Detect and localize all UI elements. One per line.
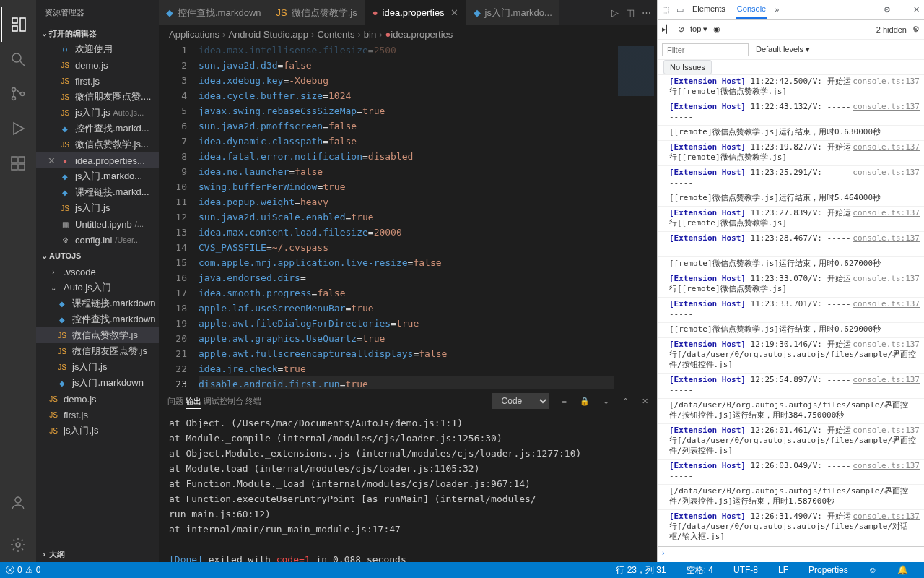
folder-item[interactable]: ⌄Auto.js入门 [36, 280, 159, 296]
editor-tab[interactable]: ◆js入门.markdo... [466, 0, 560, 25]
console-log[interactable]: console.ts:137[Extension Host] 11:22:42.… [658, 75, 924, 546]
inspect-icon[interactable]: ⬚ [662, 5, 669, 14]
chevron-down-icon[interactable]: ⌄ [603, 397, 609, 406]
eye-icon[interactable]: ◉ [713, 25, 720, 34]
log-entry[interactable]: [[remote]微信点赞教学.js]运行结束，用时5.464000秒 [658, 191, 924, 207]
file-item[interactable]: ◆js入门.markdown [36, 375, 159, 391]
log-source[interactable]: console.ts:137 [853, 274, 920, 284]
open-editor-item[interactable]: JSjs入门.jsAuto.js... [36, 105, 159, 121]
open-editor-item[interactable]: JS微信朋友圈点赞.... [36, 89, 159, 105]
folder-item[interactable]: ›.vscode [36, 264, 159, 280]
console-settings-icon[interactable]: ⚙ [912, 25, 920, 34]
more-icon[interactable]: ⋯ [642, 7, 651, 18]
log-entry[interactable]: console.ts:137[Extension Host] 11:23:25.… [658, 166, 924, 191]
file-item[interactable]: JS微信点赞教学.js [36, 327, 159, 343]
indent[interactable]: 空格: 4 [687, 564, 713, 577]
breadcrumb-item[interactable]: bin [364, 29, 376, 40]
account-icon[interactable] [1, 486, 35, 520]
extensions-icon[interactable] [1, 146, 35, 181]
section-open-editors[interactable]: ⌄打开的编辑器 [36, 25, 159, 41]
breadcrumb-item[interactable]: Contents [317, 29, 354, 40]
section-outline[interactable]: ›大纲 [36, 546, 159, 562]
context-select[interactable]: top ▾ [690, 25, 707, 34]
log-entry[interactable]: console.ts:137[Extension Host] 12:26:01.… [658, 424, 924, 460]
file-item[interactable]: JSjs入门.js [36, 423, 159, 439]
editor-tab[interactable]: ●idea.properties✕ [365, 0, 466, 25]
devtools-tab[interactable]: Elements [691, 0, 727, 19]
breadcrumb[interactable]: Applications›Android Studio.app›Contents… [159, 25, 657, 43]
log-entry[interactable]: console.ts:137[Extension Host] 11:22:43.… [658, 100, 924, 126]
eol[interactable]: LF [778, 564, 788, 577]
chevron-up-icon[interactable]: ⌃ [622, 397, 629, 406]
file-item[interactable]: JSfirst.js [36, 407, 159, 423]
section-autojs[interactable]: ⌄AUTOJS [36, 248, 159, 264]
console-prompt[interactable]: › [658, 546, 924, 562]
encoding[interactable]: UTF-8 [733, 564, 758, 577]
open-editor-item[interactable]: JS微信点赞教学.js... [36, 137, 159, 152]
log-entry[interactable]: console.ts:137[Extension Host] 11:23:33.… [658, 272, 924, 298]
clear-console-icon[interactable]: ⊘ [678, 25, 684, 34]
device-icon[interactable]: ▭ [676, 5, 684, 14]
log-entry[interactable]: console.ts:137[Extension Host] 11:23:27.… [658, 207, 924, 232]
breadcrumb-item[interactable]: Applications [169, 29, 219, 40]
log-entry[interactable]: console.ts:137[Extension Host] 11:22:42.… [658, 75, 924, 100]
file-item[interactable]: JSdemo.js [36, 391, 159, 407]
close-icon[interactable]: ✕ [48, 155, 59, 166]
log-source[interactable]: console.ts:137 [853, 375, 920, 385]
output-body[interactable]: at Object. (/Users/mac/Documents/AutoJs/… [159, 413, 657, 562]
split-icon[interactable]: ◫ [626, 7, 635, 18]
language[interactable]: Properties [808, 564, 848, 577]
log-source[interactable]: console.ts:137 [853, 77, 920, 87]
log-entry[interactable]: console.ts:137[Extension Host] 11:23:33.… [658, 298, 924, 323]
file-item[interactable]: ◆课程链接.markdown [36, 296, 159, 311]
open-editor-item[interactable]: ▦Untitled.ipynb/... [36, 216, 159, 232]
menu-icon[interactable]: ⋮ [898, 5, 906, 14]
editor-tab[interactable]: JS微信点赞教学.js [269, 0, 365, 25]
panel-tab[interactable]: 问题 [167, 394, 183, 408]
log-entry[interactable]: [[remote]微信点赞教学.js]运行结束，用时0.629000秒 [658, 323, 924, 338]
lock-icon[interactable]: 🔒 [580, 397, 590, 406]
open-editor-item[interactable]: ⟨⟩欢迎使用 [36, 41, 159, 57]
bell-icon[interactable]: 🔔 [897, 564, 908, 577]
errors-count[interactable]: ⓧ 0 ⚠ 0 [6, 564, 40, 577]
close-icon[interactable]: ✕ [450, 7, 458, 18]
levels-select[interactable]: Default levels ▾ [756, 45, 810, 54]
log-source[interactable]: console.ts:137 [853, 299, 920, 309]
devtools-tab[interactable]: Console [736, 0, 767, 19]
log-source[interactable]: console.ts:137 [853, 461, 920, 471]
log-source[interactable]: console.ts:137 [853, 340, 920, 350]
editor-tab[interactable]: ◆控件查找.markdown [159, 0, 269, 25]
log-entry[interactable]: console.ts:137[Extension Host] 12:26:36.… [658, 545, 924, 546]
scm-icon[interactable] [1, 77, 35, 111]
log-source[interactable]: console.ts:137 [853, 426, 920, 436]
open-editor-item[interactable]: ⚙config.ini/User... [36, 232, 159, 248]
file-item[interactable]: JSjs入门.js [36, 359, 159, 375]
feedback-icon[interactable]: ☺ [868, 564, 877, 577]
log-entry[interactable]: [[remote]微信点赞教学.js]运行结束，用时0.630000秒 [658, 126, 924, 141]
log-entry[interactable]: console.ts:137[Extension Host] 12:26:03.… [658, 460, 924, 485]
log-source[interactable]: console.ts:137 [853, 233, 920, 243]
hidden-count[interactable]: 2 hidden [876, 25, 907, 34]
log-entry[interactable]: console.ts:137[Extension Host] 12:19:30.… [658, 338, 924, 374]
open-editor-item[interactable]: JSfirst.js [36, 73, 159, 89]
open-editor-item[interactable]: ✕●idea.properties... [36, 152, 159, 168]
more-tabs-icon[interactable]: » [775, 5, 779, 14]
log-entry[interactable]: [/data/user/0/org.autojs.autojs/files/sa… [658, 399, 924, 424]
log-entry[interactable]: console.ts:137[Extension Host] 12:25:54.… [658, 374, 924, 399]
file-item[interactable]: ◆控件查找.markdown [36, 311, 159, 327]
open-editor-item[interactable]: ◆控件查找.markd... [36, 121, 159, 137]
panel-tab[interactable]: 调试控制台 [204, 394, 243, 408]
panel-tab[interactable]: 终端 [245, 394, 261, 408]
output-channel-select[interactable]: Code [492, 393, 549, 409]
run-icon[interactable]: ▷ [611, 7, 619, 18]
open-editor-item[interactable]: JSjs入门.js [36, 200, 159, 216]
log-entry[interactable]: console.ts:137[Extension Host] 12:26:31.… [658, 510, 924, 545]
code-editor[interactable]: idea.max.intellisense.filesize=2500sun.j… [199, 43, 614, 389]
search-icon[interactable] [1, 42, 35, 77]
close-icon[interactable]: ✕ [913, 5, 920, 14]
gear-icon[interactable]: ⚙ [884, 5, 891, 14]
log-entry[interactable]: [/data/user/0/org.autojs.autojs/files/sa… [658, 485, 924, 510]
explorer-icon[interactable] [1, 7, 35, 42]
log-source[interactable]: console.ts:137 [853, 142, 920, 152]
breadcrumb-item[interactable]: idea.properties [391, 29, 453, 40]
